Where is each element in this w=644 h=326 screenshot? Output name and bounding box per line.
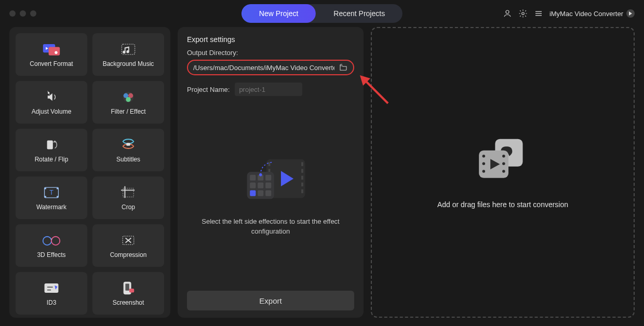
svg-rect-43 (301, 176, 303, 180)
svg-rect-42 (301, 169, 303, 173)
svg-rect-50 (250, 183, 256, 188)
svg-marker-16 (53, 141, 57, 143)
app-logo-icon (626, 9, 635, 18)
tab-recent-projects[interactable]: Recent Projects (316, 4, 403, 23)
tool-label: Filter / Effect (111, 108, 145, 115)
svg-rect-44 (301, 183, 303, 186)
settings-icon[interactable] (518, 9, 528, 18)
file-dropzone[interactable]: Add or drag files here to start conversi… (371, 27, 635, 318)
dropzone-text: Add or drag files here to start conversi… (437, 200, 568, 209)
tool-label: Compression (110, 251, 147, 259)
svg-point-14 (126, 97, 130, 102)
export-settings-title: Export settings (187, 35, 354, 44)
tool-crop[interactable]: Crop (92, 176, 164, 219)
tool-label: Screenshot (113, 299, 144, 306)
tool-background-music[interactable]: Background Music (92, 33, 164, 76)
svg-rect-17 (126, 143, 130, 146)
tool-3d-effects[interactable]: 3D Effects (16, 224, 87, 267)
tools-sidebar: Convert FormatBackground MusicAdjust Vol… (9, 27, 170, 318)
compression-icon (118, 233, 139, 248)
svg-point-7 (55, 51, 57, 54)
tool-label: ID3 (47, 299, 57, 306)
svg-point-56 (259, 173, 262, 176)
svg-point-20 (45, 187, 47, 189)
tool-watermark[interactable]: TWatermark (16, 176, 87, 219)
svg-rect-41 (301, 162, 303, 166)
svg-rect-54 (265, 191, 271, 196)
effect-config-instructions: Select the left side effections to start… (197, 217, 344, 236)
output-dir-label: Output Directory: (187, 49, 354, 57)
tool-label: 3D Effects (37, 251, 65, 259)
project-tabs: New Project Recent Projects (242, 4, 403, 23)
project-name-label: Project Name: (187, 86, 230, 93)
svg-point-22 (45, 196, 47, 198)
tool-convert-format[interactable]: Convert Format (16, 33, 87, 76)
tool-subtitles[interactable]: Subtitles (92, 129, 164, 171)
tool-label: Adjust Volume (32, 108, 72, 115)
svg-rect-15 (47, 141, 53, 150)
svg-rect-33 (125, 284, 129, 291)
svg-rect-45 (301, 189, 303, 193)
dropzone-illustration-icon (474, 136, 531, 186)
svg-rect-52 (265, 183, 271, 188)
background-music-icon (118, 42, 139, 57)
crop-icon (118, 185, 139, 200)
svg-rect-55 (250, 191, 256, 196)
account-icon[interactable] (503, 9, 512, 18)
svg-rect-36 (269, 162, 271, 166)
svg-rect-49 (265, 175, 271, 181)
tool-screenshot[interactable]: Screenshot (92, 272, 164, 315)
tool-adjust-volume[interactable]: Adjust Volume (16, 81, 87, 124)
app-title: iMyMac Video Converter (549, 9, 635, 18)
maximize-window[interactable] (30, 10, 36, 17)
menu-icon[interactable] (534, 9, 543, 18)
app-name-label: iMyMac Video Converter (549, 10, 623, 18)
browse-folder-icon[interactable] (339, 63, 348, 72)
tool-label: Rotate / Flip (35, 156, 69, 163)
export-button[interactable]: Export (187, 291, 354, 310)
subtitles-icon (118, 137, 139, 153)
svg-rect-53 (258, 191, 263, 196)
svg-point-1 (522, 12, 525, 15)
close-window[interactable] (9, 10, 16, 17)
tool-compression[interactable]: Compression (92, 224, 164, 267)
svg-point-65 (502, 170, 505, 173)
id3-icon (41, 280, 62, 296)
svg-rect-6 (49, 47, 60, 56)
svg-point-64 (502, 162, 505, 166)
svg-point-26 (51, 237, 60, 245)
output-dir-field[interactable]: /Users/mac/Documents/iMyMac Video Conver… (187, 60, 354, 75)
export-settings-panel: Export settings Output Directory: /Users… (178, 27, 364, 318)
tool-rotate-flip[interactable]: Rotate / Flip (16, 129, 87, 171)
effect-config-illustration-icon (234, 151, 307, 208)
filter-effect-icon (118, 89, 139, 105)
svg-point-25 (43, 237, 51, 245)
svg-point-62 (482, 170, 486, 173)
adjust-volume-icon (41, 89, 62, 105)
screenshot-icon (118, 280, 139, 296)
titlebar: New Project Recent Projects iMyMac Video… (0, 0, 644, 27)
minimize-window[interactable] (20, 10, 26, 17)
tool-label: Convert Format (30, 60, 73, 67)
tool-label: Watermark (36, 203, 66, 211)
project-name-input[interactable] (235, 83, 302, 96)
output-dir-value: /Users/mac/Documents/iMyMac Video Conver… (193, 64, 334, 72)
watermark-icon: T (41, 185, 62, 200)
svg-point-23 (57, 196, 59, 198)
svg-point-60 (482, 155, 486, 158)
3d-effects-icon (41, 233, 62, 248)
tab-new-project[interactable]: New Project (242, 4, 316, 23)
tool-label: Crop (122, 203, 135, 211)
svg-point-63 (502, 155, 505, 158)
window-controls (9, 10, 36, 17)
svg-rect-34 (129, 289, 134, 292)
svg-point-0 (506, 10, 509, 13)
svg-point-21 (57, 187, 59, 189)
svg-text:T: T (49, 189, 53, 196)
tool-id3[interactable]: ID3 (16, 272, 87, 315)
svg-rect-47 (250, 175, 256, 181)
rotate-flip-icon (41, 137, 62, 153)
tool-label: Background Music (103, 60, 154, 67)
tool-filter-effect[interactable]: Filter / Effect (92, 81, 164, 124)
tool-label: Subtitles (116, 156, 140, 163)
